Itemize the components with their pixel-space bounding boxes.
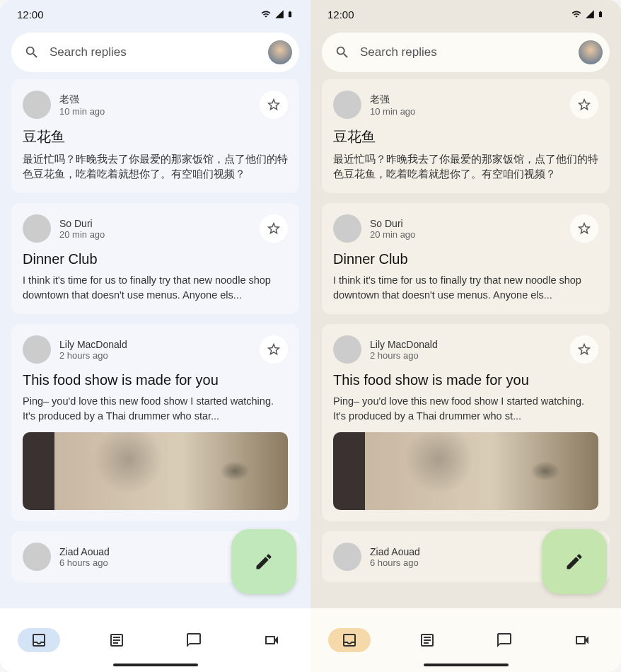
message-body: Ping– you'd love this new food show I st…: [23, 394, 288, 424]
compose-fab[interactable]: [542, 529, 607, 594]
message-body: I think it's time for us to finally try …: [23, 273, 288, 303]
search-placeholder: Search replies: [360, 45, 579, 59]
edit-icon: [254, 552, 274, 572]
nav-article[interactable]: [406, 628, 448, 652]
message-title: 豆花鱼: [333, 127, 598, 146]
message-card[interactable]: Lily MacDonald 2 hours ago This food sho…: [11, 324, 299, 521]
compose-fab[interactable]: [231, 529, 296, 594]
signal-icon: [274, 9, 285, 19]
star-icon: [576, 221, 592, 236]
search-icon: [24, 45, 40, 60]
message-time: 20 min ago: [59, 229, 251, 240]
message-card[interactable]: 老强 10 min ago 豆花鱼 最近忙吗？昨晚我去了你最爱的那家饭馆，点了他…: [322, 79, 610, 193]
message-card[interactable]: So Duri 20 min ago Dinner Club I think i…: [11, 203, 299, 314]
inbox-icon: [30, 632, 47, 649]
message-body: 最近忙吗？昨晚我去了你最爱的那家饭馆，点了他们的特色豆花鱼，吃着吃着就想你了。有…: [23, 152, 288, 182]
edit-icon: [564, 552, 584, 572]
status-bar: 12:00: [0, 0, 310, 28]
star-button[interactable]: [570, 91, 598, 119]
message-title: This food show is made for you: [23, 372, 288, 388]
article-icon: [108, 632, 125, 649]
status-time: 12:00: [17, 8, 44, 21]
message-time: 10 min ago: [59, 106, 251, 117]
nav-article[interactable]: [95, 628, 138, 652]
star-button[interactable]: [260, 335, 288, 364]
message-thumbnail[interactable]: [333, 432, 598, 510]
nav-chat[interactable]: [483, 628, 526, 652]
sender-avatar: [23, 335, 51, 364]
bottom-nav: [0, 608, 310, 672]
sender-name: So Duri: [59, 218, 251, 229]
chat-icon: [496, 632, 513, 649]
video-icon: [263, 632, 280, 649]
message-body: 最近忙吗？昨晚我去了你最爱的那家饭馆，点了他们的特色豆花鱼，吃着吃着就想你了。有…: [333, 152, 598, 182]
message-title: 豆花鱼: [23, 127, 288, 146]
message-title: Dinner Club: [333, 251, 598, 267]
profile-avatar[interactable]: [268, 40, 292, 64]
sender-avatar: [333, 214, 361, 243]
sender-avatar: [23, 543, 51, 571]
sender-avatar: [23, 214, 51, 243]
message-time: 20 min ago: [370, 229, 562, 240]
status-icons: [260, 8, 294, 20]
sender-name: 老强: [370, 93, 562, 106]
signal-icon: [584, 9, 596, 19]
sender-name: Lily MacDonald: [59, 339, 251, 350]
message-title: This food show is made for you: [333, 372, 598, 388]
phone-screen-brown: 12:00 Search replies 老强 10 min ago 豆花鱼: [310, 0, 621, 672]
message-body: I think it's time for us to finally try …: [333, 273, 598, 303]
star-icon: [266, 97, 282, 112]
sender-avatar: [23, 91, 51, 119]
inbox-icon: [341, 632, 358, 649]
message-card[interactable]: So Duri 20 min ago Dinner Club I think i…: [322, 203, 610, 314]
home-indicator: [424, 664, 509, 666]
message-body: Ping– you'd love this new food show I st…: [333, 394, 598, 424]
nav-video[interactable]: [250, 628, 293, 652]
status-bar: 12:00: [310, 0, 621, 28]
star-button[interactable]: [260, 91, 288, 119]
sender-name: 老强: [59, 93, 251, 106]
wifi-icon: [570, 9, 583, 19]
sender-name: Lily MacDonald: [370, 339, 562, 350]
star-icon: [576, 342, 592, 357]
star-button[interactable]: [260, 214, 288, 243]
profile-avatar[interactable]: [579, 40, 603, 64]
battery-icon: [286, 8, 294, 20]
star-icon: [266, 342, 282, 357]
message-time: 2 hours ago: [370, 350, 562, 361]
search-placeholder: Search replies: [50, 45, 268, 59]
sender-avatar: [333, 543, 361, 571]
nav-inbox[interactable]: [328, 628, 371, 652]
star-icon: [266, 221, 282, 236]
star-button[interactable]: [570, 214, 598, 243]
message-time: 10 min ago: [370, 106, 562, 117]
chat-icon: [185, 632, 202, 649]
sender-name: So Duri: [370, 218, 562, 229]
article-icon: [419, 632, 436, 649]
message-title: Dinner Club: [23, 251, 288, 267]
battery-icon: [597, 8, 604, 20]
star-button[interactable]: [570, 335, 598, 364]
video-icon: [574, 632, 591, 649]
nav-video[interactable]: [561, 628, 603, 652]
nav-chat[interactable]: [173, 628, 215, 652]
wifi-icon: [260, 9, 272, 19]
message-card[interactable]: 老强 10 min ago 豆花鱼 最近忙吗？昨晚我去了你最爱的那家饭馆，点了他…: [11, 79, 299, 193]
message-time: 2 hours ago: [59, 350, 251, 361]
message-thumbnail[interactable]: [23, 432, 288, 510]
status-time: 12:00: [327, 8, 354, 21]
sender-avatar: [333, 91, 361, 119]
search-bar[interactable]: Search replies: [322, 33, 610, 72]
message-card[interactable]: Lily MacDonald 2 hours ago This food sho…: [322, 324, 610, 521]
home-indicator: [113, 664, 198, 666]
nav-inbox[interactable]: [18, 628, 60, 652]
star-icon: [576, 97, 592, 112]
phone-screen-blue: 12:00 Search replies 老强 10 min ago 豆花鱼: [0, 0, 310, 672]
search-bar[interactable]: Search replies: [11, 33, 299, 72]
bottom-nav: [310, 608, 621, 672]
status-icons: [570, 8, 604, 20]
search-icon: [335, 45, 350, 60]
sender-avatar: [333, 335, 361, 364]
